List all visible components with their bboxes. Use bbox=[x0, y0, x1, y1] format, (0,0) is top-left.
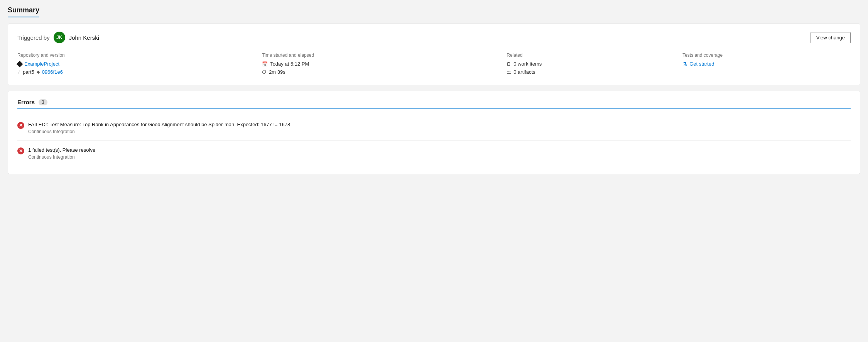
branch-name: part5 bbox=[23, 69, 34, 75]
workitem-icon bbox=[507, 61, 511, 67]
time-column: Time started and elapsed Today at 5:12 P… bbox=[262, 52, 499, 77]
error-item: ✕ FAILED!: Test Measure: Top Rank in App… bbox=[17, 115, 851, 141]
errors-card: Errors 3 ✕ FAILED!: Test Measure: Top Ra… bbox=[8, 91, 860, 174]
repo-link[interactable]: ExampleProject bbox=[24, 61, 59, 67]
errors-header: Errors 3 bbox=[17, 99, 851, 109]
work-items-count: 0 work items bbox=[513, 61, 542, 67]
tests-label: Tests and coverage bbox=[682, 52, 843, 58]
error-item: ✕ 1 failed test(s). Please resolve Conti… bbox=[17, 141, 851, 166]
time-started: Today at 5:12 PM bbox=[270, 61, 309, 67]
branch-icon: ⑂ bbox=[17, 69, 20, 75]
error-source: Continuous Integration bbox=[28, 129, 290, 134]
get-started-link[interactable]: Get started bbox=[689, 61, 714, 67]
clock-icon bbox=[262, 69, 267, 75]
branch-row: ⑂ part5 ◆ 0966f1e6 bbox=[17, 69, 247, 75]
error-icon: ✕ bbox=[17, 147, 24, 154]
errors-title: Errors bbox=[17, 99, 35, 105]
related-label: Related bbox=[507, 52, 667, 58]
work-items-row: 0 work items bbox=[507, 61, 667, 67]
errors-list: ✕ FAILED!: Test Measure: Top Rank in App… bbox=[17, 115, 851, 166]
user-name: John Kerski bbox=[69, 34, 99, 41]
repo-row: ExampleProject bbox=[17, 61, 247, 67]
error-content: 1 failed test(s). Please resolve Continu… bbox=[28, 147, 95, 160]
errors-badge: 3 bbox=[39, 99, 47, 105]
commit-icon: ◆ bbox=[37, 69, 40, 74]
get-started-row: ⚗ Get started bbox=[682, 61, 843, 67]
page-title: Summary bbox=[8, 6, 39, 17]
time-elapsed: 2m 39s bbox=[269, 69, 285, 75]
artifact-icon bbox=[507, 69, 511, 75]
time-label: Time started and elapsed bbox=[262, 52, 491, 58]
artifacts-row: 0 artifacts bbox=[507, 69, 667, 75]
error-message: 1 failed test(s). Please resolve bbox=[28, 147, 95, 153]
commit-link[interactable]: 0966f1e6 bbox=[42, 69, 63, 75]
time-elapsed-row: 2m 39s bbox=[262, 69, 491, 75]
time-started-row: Today at 5:12 PM bbox=[262, 61, 491, 67]
flask-icon: ⚗ bbox=[682, 61, 687, 67]
view-change-button[interactable]: View change bbox=[811, 32, 851, 43]
repo-column: Repository and version ExampleProject ⑂ … bbox=[17, 52, 254, 77]
related-column: Related 0 work items 0 artifacts bbox=[507, 52, 675, 77]
error-source: Continuous Integration bbox=[28, 154, 95, 160]
triggered-card: Triggered by JK John Kerski View change … bbox=[8, 24, 860, 85]
avatar: JK bbox=[54, 32, 65, 43]
triggered-by-label: Triggered by bbox=[17, 34, 50, 41]
error-message: FAILED!: Test Measure: Top Rank in Appea… bbox=[28, 122, 290, 127]
calendar-icon bbox=[262, 61, 268, 67]
diamond-icon bbox=[17, 61, 23, 67]
artifacts-count: 0 artifacts bbox=[513, 69, 535, 75]
repo-label: Repository and version bbox=[17, 52, 247, 58]
tests-column: Tests and coverage ⚗ Get started bbox=[682, 52, 851, 77]
error-content: FAILED!: Test Measure: Top Rank in Appea… bbox=[28, 122, 290, 134]
triggered-by-row: Triggered by JK John Kerski bbox=[17, 32, 99, 43]
error-icon: ✕ bbox=[17, 122, 24, 129]
